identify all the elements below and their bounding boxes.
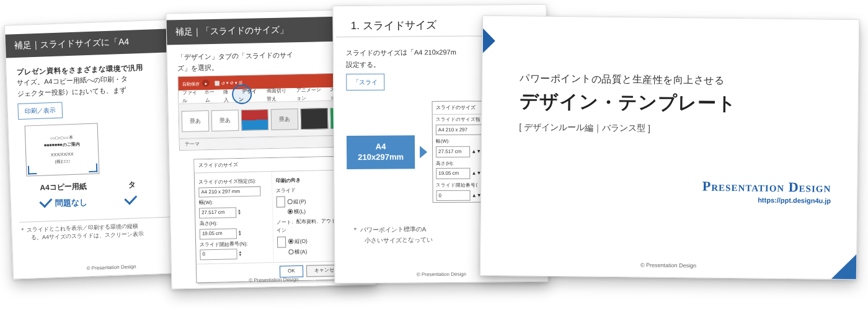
height-label: 高さ(H):: [199, 219, 268, 228]
brand-url[interactable]: https://ppt.design4u.jp: [702, 196, 831, 205]
slide-title-cover: パワーポイントの品質と生産性を向上させる デザイン・テンプレート [ デザインル…: [480, 16, 859, 280]
portrait-icon: [276, 197, 285, 208]
slide3-link[interactable]: 「スライ: [346, 74, 384, 91]
corner-triangle-icon: [831, 254, 856, 279]
ta-caption: タ: [125, 179, 140, 191]
tab-file[interactable]: ファイル: [179, 89, 202, 105]
spinner-icon[interactable]: ▲▼: [238, 230, 242, 236]
cover-subtitle: [ デザインルール編｜バランス型 ]: [519, 122, 833, 136]
autosave-toggle-icon: ●: [202, 79, 210, 87]
slide1-link-print[interactable]: 印刷／表示: [17, 102, 63, 119]
tab-design[interactable]: デザイン: [234, 87, 263, 104]
height-field[interactable]: 19.05 cm: [200, 228, 237, 239]
width-field[interactable]: 27.517 cm: [199, 207, 236, 218]
arrow-right-icon: [420, 146, 427, 159]
tab-home[interactable]: ホーム: [201, 89, 220, 105]
theme-tile[interactable]: 亜あ: [211, 110, 239, 131]
startnum-label: スライド開始番号(N):: [200, 240, 269, 249]
portrait-icon: [277, 236, 285, 247]
theme-tile[interactable]: 亜あ: [271, 108, 299, 130]
autosave-label: 自動保存: [182, 80, 200, 87]
tab-animations[interactable]: アニメーション: [293, 86, 327, 103]
theme-tile[interactable]: [301, 108, 329, 130]
width-label: 幅(W):: [199, 198, 268, 207]
svg-marker-0: [483, 29, 495, 53]
a4-caption: A4コピー用紙: [27, 180, 100, 194]
radio-notes-portrait[interactable]: [288, 239, 293, 244]
size-select[interactable]: A4 210 x 297: [436, 124, 484, 135]
size-select[interactable]: A4 210 x 297 mm: [198, 186, 261, 198]
brand-name: Presentation Design: [702, 179, 831, 196]
a4-size-badge: A4 210x297mm: [347, 136, 415, 170]
check-icon: [39, 195, 52, 208]
startnum-field[interactable]: 0: [200, 249, 237, 260]
cover-title: デザイン・テンプレート: [520, 89, 833, 117]
radio-notes-landscape[interactable]: [288, 249, 293, 254]
slide4-copyright: © Presentation Design: [480, 260, 856, 270]
spinner-icon[interactable]: ▲▼: [237, 209, 241, 215]
tab-transitions[interactable]: 画面切り替え: [262, 87, 293, 104]
slide-size-dialog: スライドのサイズ スライドのサイズ指定(S): A4 210 x 297 mm …: [193, 156, 351, 283]
width-field[interactable]: 27.517 cm: [436, 146, 470, 157]
height-field[interactable]: 19.05 cm: [436, 168, 470, 179]
spinner-icon[interactable]: ▲▼: [238, 250, 242, 257]
highlight-circle-icon: [232, 84, 252, 105]
check-icon: [124, 192, 137, 205]
size-label: スライドのサイズ指定(S):: [198, 177, 268, 187]
cover-pretitle: パワーポイントの品質と生産性を向上させる: [520, 72, 833, 88]
radio-landscape[interactable]: [288, 210, 293, 215]
radio-portrait[interactable]: [287, 199, 292, 204]
a4-status-ok: 問題なし: [27, 195, 101, 211]
accent-triangle-icon: [483, 29, 495, 53]
theme-tile[interactable]: [241, 109, 269, 131]
ok-button[interactable]: OK: [280, 265, 303, 278]
a4-thumbnail: ○○□○□○○本 ■■■■■■■のご案内 XXX/XX/XX (株)□□□: [25, 123, 100, 176]
theme-tile[interactable]: 亜あ: [182, 110, 210, 132]
startnum-field[interactable]: 0: [436, 190, 471, 201]
